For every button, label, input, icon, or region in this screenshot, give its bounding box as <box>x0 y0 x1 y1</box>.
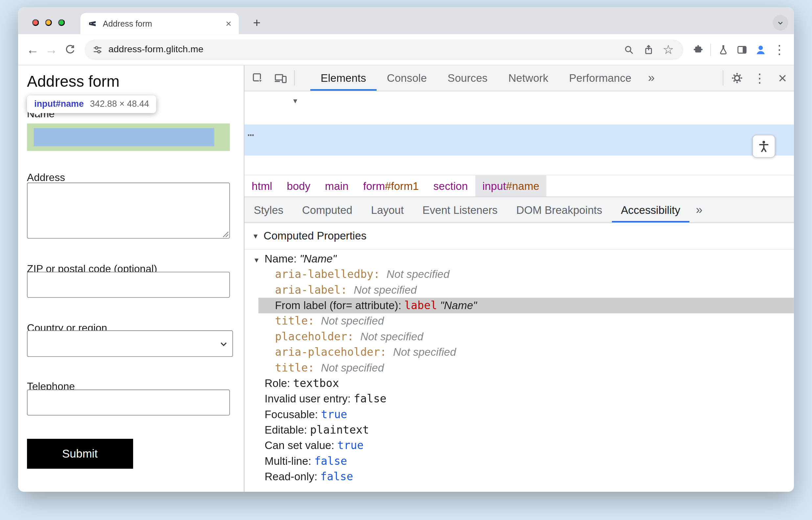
breadcrumb-body[interactable]: body <box>280 175 318 197</box>
share-icon[interactable] <box>641 42 656 57</box>
tab-network[interactable]: Network <box>498 66 559 91</box>
elements-subtabs: Styles Computed Layout Event Listeners D… <box>245 197 794 223</box>
url-text[interactable]: address-form.glitch.me <box>108 44 203 55</box>
subtab-dom-breakpoints[interactable]: DOM Breakpoints <box>507 197 612 223</box>
ax-row-invalid-user-entry[interactable]: Invalid user entry: false <box>245 391 794 407</box>
minimize-window-button[interactable] <box>45 19 52 26</box>
computed-properties-header[interactable]: ▼ Computed Properties <box>245 223 794 250</box>
breadcrumb-html[interactable]: html <box>245 175 280 197</box>
textarea-resize-handle[interactable] <box>222 230 242 490</box>
more-tabs-chevron-icon[interactable]: » <box>642 66 661 91</box>
browser-tab[interactable]: Address form × <box>80 13 239 34</box>
address-textarea[interactable] <box>27 183 230 239</box>
ax-row-multi-line[interactable]: Multi-line: false <box>245 453 794 469</box>
subtab-computed[interactable]: Computed <box>293 197 362 223</box>
browser-menu-icon[interactable]: ⋮ <box>770 40 789 59</box>
tab-sources[interactable]: Sources <box>437 66 498 91</box>
reload-icon[interactable] <box>61 40 79 59</box>
forward-icon[interactable]: → <box>42 40 61 59</box>
ax-row-title-2[interactable]: title: Not specified <box>245 360 794 375</box>
ax-row-focusable[interactable]: Focusable: true <box>245 407 794 422</box>
country-select[interactable] <box>27 331 233 357</box>
ax-row-placeholder[interactable]: placeholder: Not specified <box>245 329 794 344</box>
subtab-event-listeners[interactable]: Event Listeners <box>413 197 507 223</box>
ellipsis-gutter-icon[interactable]: … <box>248 125 254 140</box>
code-token: section <box>433 180 468 192</box>
tab-console[interactable]: Console <box>377 66 437 91</box>
breadcrumb-main[interactable]: main <box>318 175 356 197</box>
tab-elements[interactable]: Elements <box>310 66 376 91</box>
code-token: body <box>287 180 310 192</box>
disclosure-triangle-icon[interactable]: ▼ <box>252 232 259 240</box>
code-token: #name <box>506 180 539 192</box>
ax-prop-label: Role: <box>264 377 293 389</box>
ax-row-title[interactable]: title: Not specified <box>245 313 794 329</box>
ax-row-aria-placeholder[interactable]: aria-placeholder: Not specified <box>245 344 794 360</box>
inspect-overlay-name-input[interactable] <box>34 128 214 146</box>
tab-strip: Address form × + <box>18 7 794 34</box>
ax-row-from-label-highlighted[interactable]: From label (for= attribute): label "Name… <box>258 297 794 313</box>
settings-gear-icon[interactable] <box>725 66 748 91</box>
disclosure-triangle-icon[interactable]: ▼ <box>253 256 260 264</box>
tab-favicon-icon <box>88 19 97 28</box>
ax-row-aria-labelledby[interactable]: aria-labelledby: Not specified <box>245 267 794 282</box>
tab-close-icon[interactable]: × <box>226 19 232 29</box>
beaker-icon[interactable] <box>714 40 733 59</box>
zoom-icon[interactable] <box>621 42 636 57</box>
code-token: #form1 <box>385 180 418 192</box>
collapse-triangle-icon[interactable]: ▼ <box>293 93 297 109</box>
ax-row-role[interactable]: Role: textbox <box>245 375 794 391</box>
ax-row-can-set-value[interactable]: Can set value: true <box>245 438 794 453</box>
ax-prop-label: Multi-line: <box>264 455 314 467</box>
breadcrumb-section[interactable]: section <box>426 175 475 197</box>
ax-attr-name: title: <box>275 315 321 327</box>
ax-prop-value: plaintext <box>310 424 370 436</box>
address-bar[interactable]: address-form.glitch.me ☆ <box>84 39 683 60</box>
selected-code-row[interactable]: … <input id="name" name="name" autocompl… <box>245 125 794 156</box>
telephone-input[interactable] <box>27 390 230 416</box>
accessibility-tree: ▼Name: "Name" aria-labelledby: Not speci… <box>245 249 794 491</box>
ax-attr-name: aria-placeholder: <box>275 346 393 358</box>
inspect-tooltip: input#name 342.88 × 48.44 <box>27 96 156 113</box>
ax-row-aria-label[interactable]: aria-label: Not specified <box>245 282 794 297</box>
subtab-layout[interactable]: Layout <box>362 197 413 223</box>
inspect-element-icon[interactable] <box>247 66 269 91</box>
side-panel-icon[interactable] <box>733 40 752 59</box>
code-line-input-1[interactable]: <input id="name" name="name" autocomplet… <box>245 125 794 140</box>
ax-row-editable[interactable]: Editable: plaintext <box>245 422 794 438</box>
submit-button[interactable]: Submit <box>27 439 133 468</box>
code-line-section-open[interactable]: ▼<section> <box>245 93 794 109</box>
ax-prop-value: false <box>314 455 347 467</box>
code-line-section-close[interactable]: </section> <box>245 156 794 171</box>
desktop: Address form × + ← → address-form.glitch… <box>0 0 812 520</box>
search-tabs-chevron-icon[interactable] <box>772 15 788 30</box>
ax-prop-label: Read-only: <box>264 470 321 482</box>
extensions-icon[interactable] <box>688 40 707 59</box>
fullscreen-window-button[interactable] <box>58 19 65 26</box>
subtab-accessibility[interactable]: Accessibility <box>612 197 689 223</box>
zip-input[interactable] <box>27 272 230 297</box>
ax-row-read-only[interactable]: Read-only: false <box>245 469 794 484</box>
close-window-button[interactable] <box>32 19 39 26</box>
back-icon[interactable]: ← <box>23 40 42 59</box>
ax-computed-name-row[interactable]: ▼Name: "Name" <box>245 251 794 266</box>
accessibility-person-button[interactable] <box>753 135 775 158</box>
devtools-close-icon[interactable]: × <box>771 66 794 91</box>
ax-attr-value: Not specified <box>386 268 450 280</box>
site-settings-icon[interactable] <box>92 44 103 55</box>
ax-attr-name: aria-label: <box>275 284 354 296</box>
code-line-label[interactable]: <label for="name">Name</label> <box>245 109 794 125</box>
bookmark-star-icon[interactable]: ☆ <box>660 42 676 57</box>
ax-prop-label: Invalid user entry: <box>264 393 354 405</box>
ax-attr-name: title: <box>275 362 321 374</box>
devtools-menu-icon[interactable]: ⋮ <box>748 66 771 91</box>
more-subtabs-chevron-icon[interactable]: » <box>689 197 709 223</box>
profile-avatar[interactable] <box>751 40 770 59</box>
breadcrumb-form[interactable]: form#form1 <box>356 175 426 197</box>
new-tab-button[interactable]: + <box>249 15 264 30</box>
breadcrumb-input-name[interactable]: input#name <box>475 175 547 197</box>
code-line-input-2[interactable]: "[\p{L} \-\.]+" required> == $0 <box>245 140 794 155</box>
tab-performance[interactable]: Performance <box>559 66 642 91</box>
subtab-styles[interactable]: Styles <box>245 197 293 223</box>
device-toolbar-icon[interactable] <box>270 66 292 91</box>
